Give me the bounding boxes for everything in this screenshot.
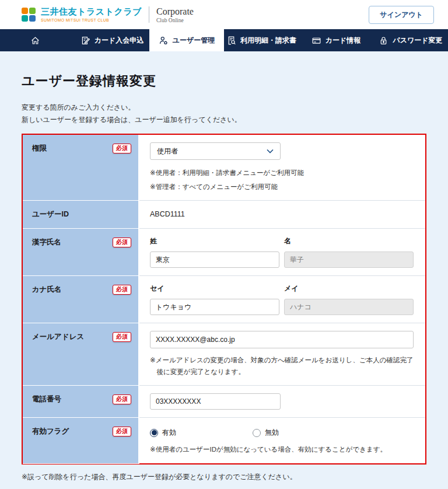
first-name-label: 名 [284,236,414,246]
kana-name-content: セイ メイ [139,276,425,323]
required-badge: 必須 [113,394,131,404]
user-id-value: ABCD1111 [150,208,414,218]
last-kana-input[interactable] [150,299,279,315]
nav-item-label: カード入会申込 [94,36,144,46]
screen: 三井住友トラストクラブ SUMITOMO MITSUI TRUST CLUB C… [0,0,448,489]
statement-icon [226,36,236,46]
product-subtitle: Club Online [156,18,194,23]
radio-invalid-label: 無効 [265,428,279,438]
nav-item-label: カード情報 [326,36,361,46]
brand-pinwheel-icon [21,7,36,22]
phone-content [139,386,425,417]
user-id-content: ABCD1111 [139,201,425,228]
first-kana-label: メイ [284,284,414,294]
permission-label-cell: 権限 必須 [23,135,139,201]
radio-button-unchecked-icon [253,429,261,437]
phone-label-cell: 電話番号 必須 [23,386,139,418]
nav-item-user-management[interactable]: ユーザー管理 [149,29,224,51]
chevron-down-icon [267,149,274,153]
nav-item-label: ユーザー管理 [173,36,215,46]
permission-selected-value: 使用者 [157,146,178,156]
nav-item-home[interactable] [0,29,75,51]
form-row-active-flag: 有効フラグ 必須 有効 無効 ※使用者のユーザーIDが無効に [23,418,425,463]
user-settings-icon [159,36,169,46]
brand-name-en: SUMITOMO MITSUI TRUST CLUB [41,18,142,22]
email-label: メールアドレス [32,332,84,342]
required-badge: 必須 [113,285,131,295]
nav-item-label: 利用明細・請求書 [240,36,296,46]
signout-button[interactable]: サインアウト [369,6,434,24]
active-flag-note: ※使用者のユーザーIDが無効になっている場合、有効にすることができます。 [150,444,414,456]
brand-text: 三井住友トラストクラブ SUMITOMO MITSUI TRUST CLUB [41,7,142,22]
form-row-user-id: ユーザーID ABCD1111 [23,201,425,229]
email-content: ※メールアドレスの変更の場合、対象の方へ確認メールをお送りし、ご本人の確認完了後… [139,323,425,385]
phone-input[interactable] [150,393,281,410]
email-note: ※メールアドレスの変更の場合、対象の方へ確認メールをお送りし、ご本人の確認完了後… [150,355,414,378]
kana-name-label: カナ氏名 [32,285,62,295]
brand-name-jp: 三井住友トラストクラブ [41,7,142,17]
product-logo: Corporate Club Online [156,6,194,23]
email-input[interactable] [150,331,414,348]
last-name-input[interactable] [150,252,279,268]
brand-logo: 三井住友トラストクラブ SUMITOMO MITSUI TRUST CLUB C… [21,6,194,23]
home-icon [30,36,40,46]
description-line-2: 新しいユーザーを登録する場合は、ユーザー追加を行ってください。 [22,114,426,126]
active-flag-content: 有効 無効 ※使用者のユーザーIDが無効になっている場合、有効にすることができま… [139,418,425,463]
permission-note-2: ※管理者：すべてのメニューがご利用可能 [150,181,414,193]
required-badge: 必須 [113,144,131,153]
kana-name-label-cell: カナ氏名 必須 [23,276,139,323]
form-row-permission: 権限 必須 使用者 ※使用者：利用明細・請求書メニューがご利用可能 ※管理者：す… [23,135,425,201]
kanji-name-label: 漢字氏名 [32,237,61,247]
product-name: Corporate [156,6,194,17]
active-flag-label-cell: 有効フラグ 必須 [23,418,139,464]
radio-button-checked-icon [150,429,158,437]
first-name-input [284,252,414,268]
nav-item-card-info[interactable]: カード情報 [299,29,373,51]
card-application-icon [80,36,90,46]
user-id-label: ユーザーID [32,209,69,219]
nav-item-statements[interactable]: 利用明細・請求書 [224,29,299,51]
radio-option-invalid[interactable]: 無効 [253,428,355,438]
permission-select[interactable]: 使用者 [150,142,281,160]
page-title: ユーザー登録情報変更 [22,72,426,90]
permission-note-1: ※使用者：利用明細・請求書メニューがご利用可能 [150,167,414,179]
kanji-name-content: 姓 名 [139,229,425,275]
permission-label: 権限 [32,144,47,153]
page-description: 変更する箇所のみご入力ください。 新しいユーザーを登録する場合は、ユーザー追加を… [22,102,426,126]
first-kana-input [284,299,414,315]
main-content: ユーザー登録情報変更 変更する箇所のみご入力ください。 新しいユーザーを登録する… [0,72,448,489]
phone-label: 電話番号 [32,394,61,404]
user-edit-form: 権限 必須 使用者 ※使用者：利用明細・請求書メニューがご利用可能 ※管理者：す… [22,134,426,464]
email-label-cell: メールアドレス 必須 [23,323,139,386]
main-nav: カード入会申込 ユーザー管理 利用明細・請求書 カード情報 [0,29,448,51]
radio-valid-label: 有効 [162,428,176,438]
user-id-label-cell: ユーザーID [23,201,139,229]
description-line-1: 変更する箇所のみご入力ください。 [22,102,426,114]
delete-caution-text: ※誤って削除を行った場合、再度ユーザー登録が必要となりますのでご注意ください。 [22,472,426,482]
radio-option-valid[interactable]: 有効 [150,428,253,438]
nav-item-card-application[interactable]: カード入会申込 [75,29,149,51]
required-badge: 必須 [113,427,131,436]
active-flag-label: 有効フラグ [32,427,69,436]
nav-item-label: パスワード変更 [393,36,442,46]
required-badge: 必須 [113,237,131,247]
form-row-kana-name: カナ氏名 必須 セイ メイ [23,276,425,323]
permission-content: 使用者 ※使用者：利用明細・請求書メニューがご利用可能 ※管理者：すべてのメニュ… [139,135,425,200]
form-row-kanji-name: 漢字氏名 必須 姓 名 [23,229,425,276]
last-kana-label: セイ [150,284,279,294]
form-row-email: メールアドレス 必須 ※メールアドレスの変更の場合、対象の方へ確認メールをお送り… [23,323,425,386]
card-info-icon [312,36,321,46]
required-badge: 必須 [113,332,131,342]
kanji-name-label-cell: 漢字氏名 必須 [23,229,139,276]
site-header: 三井住友トラストクラブ SUMITOMO MITSUI TRUST CLUB C… [0,0,448,29]
logo-divider [149,6,149,23]
lock-icon [379,36,388,46]
form-row-phone: 電話番号 必須 [23,386,425,418]
nav-item-password-change[interactable]: パスワード変更 [373,29,448,51]
last-name-label: 姓 [150,236,279,246]
